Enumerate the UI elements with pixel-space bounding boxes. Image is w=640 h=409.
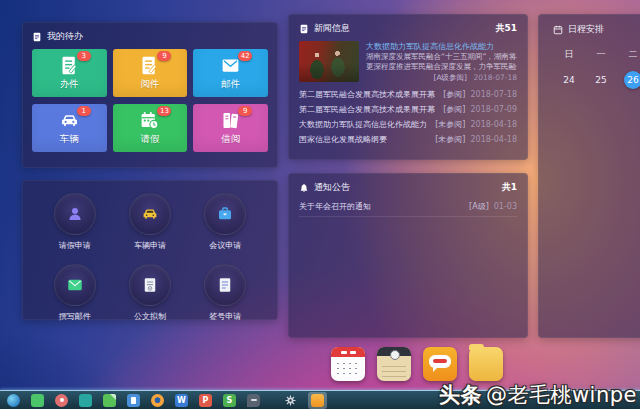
file-manager-icon[interactable]: [31, 394, 44, 407]
badge-count: 13: [157, 106, 171, 116]
chat-bubble: [429, 355, 451, 368]
notice-item-title: 关于年会召开的通知: [299, 201, 469, 212]
dock: [331, 347, 503, 381]
app-leave-request[interactable]: 请假申请: [54, 193, 96, 251]
news-featured-desc-1: 湖南深度发展军民融合“十三五期间”，湖南将在更广范围、: [366, 52, 517, 62]
app-label: 公文拟制: [134, 311, 166, 322]
todo-panel-title: 我的待办: [47, 30, 83, 43]
news-item-title: 第二届军民融合发展高技术成果展开幕: [299, 104, 435, 115]
active-app-highlight[interactable]: [308, 392, 327, 409]
notes-icon[interactable]: [377, 347, 411, 381]
news-featured-item[interactable]: 大数据助力军队提高信息化作战能力 湖南深度发展军民融合“十三五期间”，湖南将在更…: [299, 41, 517, 83]
calendar-date-cell-selected[interactable]: 26: [624, 71, 640, 89]
mail-compose-icon: [54, 264, 96, 306]
news-item-tag: [未参阅]: [435, 134, 465, 145]
news-tag: [A级参阅]: [434, 73, 467, 82]
badge-count: 9: [157, 51, 171, 61]
tile-qingjia[interactable]: 13 请假: [113, 104, 188, 152]
news-panel-title: 新闻信息: [314, 22, 350, 35]
meeting-bag-icon: [204, 193, 246, 235]
news-list-item[interactable]: 第二届军民融合发展高技术成果展开幕 [参阅] 2018-07-18: [299, 87, 517, 102]
weekday-label: 二: [617, 48, 640, 61]
app-compose-mail[interactable]: 撰写邮件: [54, 264, 96, 322]
news-thumbnail-image: [299, 41, 359, 82]
number-request-icon: [204, 264, 246, 306]
todo-panel-header: 我的待办: [32, 30, 268, 43]
browser-icon[interactable]: [151, 394, 164, 407]
doc-edit-icon: 3: [59, 55, 80, 76]
notice-list-item[interactable]: 关于年会召开的通知 [A级] 01-03: [299, 196, 517, 217]
text-editor-icon[interactable]: [103, 394, 116, 407]
app-vehicle-request[interactable]: 车辆申请: [129, 193, 171, 251]
news-item-tag: [参阅]: [443, 89, 465, 100]
music-icon[interactable]: [55, 394, 68, 407]
wps-writer-icon[interactable]: W: [175, 394, 188, 407]
news-featured-meta: [A级参阅] 2018-07-18: [366, 73, 517, 83]
tile-cheliang[interactable]: 1 车辆: [32, 104, 107, 152]
car-icon: 1: [59, 110, 80, 131]
wps-presentation-icon[interactable]: P: [199, 394, 212, 407]
oa-dashboard-icon: [311, 394, 324, 407]
news-list-item[interactable]: 大数据助力军队提高信息化作战能力 [未参阅] 2018-04-18: [299, 117, 517, 132]
borrow-books-icon: 9: [220, 110, 241, 131]
schedule-panel: 日程安排 日 一 二 24 25 26: [538, 14, 640, 338]
app-label: 签号申请: [209, 311, 241, 322]
weekday-label: 一: [585, 48, 617, 61]
calendar-date-cell[interactable]: 25: [592, 71, 610, 89]
app-document-draft[interactable]: 公文拟制: [129, 264, 171, 322]
news-item-tag: [未参阅]: [435, 119, 465, 130]
document-draft-icon: [129, 264, 171, 306]
car-icon: [129, 193, 171, 235]
app-label: 撰写邮件: [59, 311, 91, 322]
app-label: 会议申请: [209, 240, 241, 251]
tile-youjian[interactable]: 42 邮件: [193, 49, 268, 97]
app-meeting-request[interactable]: 会议申请: [204, 193, 246, 251]
news-count[interactable]: 共51: [495, 22, 517, 35]
leave-calendar-icon: 13: [139, 110, 160, 131]
bell-icon: [299, 183, 309, 193]
calendar-header-band: [331, 347, 365, 357]
news-item-title: 国家信息化发展战略纲要: [299, 134, 427, 145]
badge-count: 1: [77, 106, 91, 116]
tile-yuejian[interactable]: 9 阅件: [113, 49, 188, 97]
mail-folder-icon[interactable]: [423, 347, 457, 381]
schedule-panel-header: 日程安排: [553, 23, 640, 36]
launcher-icon[interactable]: [7, 394, 20, 407]
app-number-request[interactable]: 签号申请: [204, 264, 246, 322]
notes-avatar-dot: [390, 350, 400, 360]
todo-doc-icon: [32, 32, 42, 42]
news-item-tag: [参阅]: [443, 104, 465, 115]
folder-icon[interactable]: [469, 347, 503, 381]
person-icon: [54, 193, 96, 235]
settings-gear-icon[interactable]: [284, 394, 297, 407]
doc-read-icon: 9: [139, 55, 160, 76]
calendar-icon: [553, 25, 563, 35]
news-panel-header: 新闻信息 共51: [299, 22, 517, 35]
messages-icon[interactable]: [247, 394, 260, 407]
app-store-icon[interactable]: [79, 394, 92, 407]
calendar-grid: [335, 361, 361, 377]
quick-apps-panel: 请假申请 车辆申请 会议申请 撰写邮件 公文拟制: [22, 180, 278, 320]
todo-tile-grid: 3 办件 9 阅件 42 邮件 1 车辆: [32, 49, 268, 152]
tile-banjian[interactable]: 3 办件: [32, 49, 107, 97]
blue-file-icon[interactable]: [127, 394, 140, 407]
news-list-item[interactable]: 第二届军民融合发展高技术成果展开幕 [参阅] 2018-07-09: [299, 102, 517, 117]
news-featured-title: 大数据助力军队提高信息化作战能力: [366, 41, 517, 52]
notes-lines: [382, 362, 406, 377]
wps-spreadsheet-icon[interactable]: S: [223, 394, 236, 407]
app-label: 车辆申请: [134, 240, 166, 251]
news-list-item[interactable]: 国家信息化发展战略纲要 [未参阅] 2018-04-18: [299, 132, 517, 147]
calendar-date-cell[interactable]: 24: [560, 71, 578, 89]
mail-icon: 42: [220, 55, 241, 76]
tile-label: 办件: [60, 78, 79, 91]
schedule-panel-title: 日程安排: [568, 23, 604, 36]
quick-apps-grid: 请假申请 车辆申请 会议申请 撰写邮件 公文拟制: [37, 193, 263, 322]
calendar-icon[interactable]: [331, 347, 365, 381]
notice-item-tag: [A级]: [469, 201, 489, 212]
tile-jieyue[interactable]: 9 借阅: [193, 104, 268, 152]
watermark-handle: @老毛桃winpe: [486, 383, 637, 407]
notice-count[interactable]: 共1: [502, 181, 517, 194]
badge-count: 42: [238, 51, 252, 61]
watermark-brand: 头条: [439, 383, 482, 407]
watermark: 头条@老毛桃winpe: [439, 381, 637, 409]
